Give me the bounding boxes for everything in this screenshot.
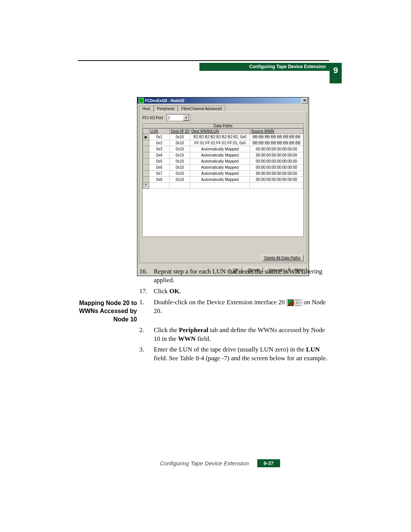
cell-dest-wwn[interactable]: Automatically Mapped [190, 177, 250, 183]
step-2-text: Click the Peripheral tab and define the … [154, 326, 331, 343]
body-text: 16. Repeat step a for each LUN that need… [76, 267, 331, 365]
table-caption: Data Paths [143, 124, 303, 128]
cell-source-wwn[interactable]: 00:00:00:00:00:00:00:00 [250, 146, 303, 152]
footer-title: Configuring Tape Device Extension [160, 460, 249, 466]
tab-host[interactable]: Host [139, 105, 154, 112]
delete-all-button[interactable]: Delete All Data Paths [261, 255, 304, 261]
cell-lun[interactable]: 0x5 [149, 158, 170, 165]
cell-dest-ifid[interactable]: 0x10 [170, 152, 190, 158]
table-row[interactable]: 0x70x10Automatically Mapped00:00:00:00:0… [143, 171, 303, 177]
cell-source-wwn[interactable]: 00:00:00:00:00:00:00:00 [250, 158, 303, 165]
cell-lun[interactable]: 0x4 [149, 152, 170, 158]
chevron-down-icon[interactable]: ▾ [183, 115, 189, 121]
cell-lun[interactable]: 0x7 [149, 171, 170, 177]
tab-peripheral[interactable]: Peripheral [154, 105, 178, 112]
tab-fibrechannel[interactable]: FibreChannel Advanced [178, 105, 225, 112]
row-marker [143, 152, 149, 158]
page-number: 9-37 [257, 459, 280, 467]
row-marker [143, 140, 149, 146]
cell-lun[interactable]: 0x8 [149, 177, 170, 183]
cell-dest-ifid[interactable]: 0x10 [170, 146, 190, 152]
step-2-num: 2. [137, 326, 154, 343]
device-icon [288, 300, 294, 306]
table-row[interactable]: 0x40x10Automatically Mapped00:00:00:00:0… [143, 152, 303, 158]
cell-dest-wwn[interactable]: Automatically Mapped [190, 146, 250, 152]
row-marker [143, 158, 149, 165]
step-16-text: Repeat step a for each LUN that needs th… [154, 267, 331, 285]
cell-lun[interactable]: 0x6 [149, 165, 170, 171]
device-extension-icon: 20 [287, 299, 302, 306]
app-icon [139, 98, 144, 103]
cell-source-wwn[interactable]: 00:00:00:00:00:00:00:00 [250, 171, 303, 177]
row-marker: ▶ [143, 134, 149, 140]
data-paths-table: Data Paths LUN Dest I/F ID [142, 123, 304, 237]
cell-dest-wwn[interactable]: Automatically Mapped [190, 171, 250, 177]
pci-port-label: PCI I/O Port [142, 116, 163, 120]
page-footer: Configuring Tape Device Extension 9-37 [160, 459, 280, 467]
cell-dest-ifid[interactable]: 0x10 [170, 165, 190, 171]
cell-dest-wwn[interactable]: Automatically Mapped [190, 165, 250, 171]
table-row-new[interactable]: * [143, 183, 303, 189]
step-1-num: 1. [137, 298, 154, 324]
cell-source-wwn[interactable]: BB:BB:BB:BB:BB:BB:BB:BB [250, 134, 303, 140]
row-marker [143, 146, 149, 152]
table-row[interactable]: 0x60x10Automatically Mapped00:00:00:00:0… [143, 165, 303, 171]
cell-dest-wwn[interactable]: Automatically Mapped [190, 158, 250, 165]
cell-source-wwn[interactable]: 00:00:00:00:00:00:00:00 [250, 177, 303, 183]
cell-dest-ifid[interactable]: 0x10 [170, 140, 190, 146]
step-1-text: Double-click on the Device Extension int… [154, 298, 331, 324]
col-lun[interactable]: LUN [149, 129, 170, 134]
cell-lun[interactable]: 0x2 [149, 140, 170, 146]
section-heading: Mapping Node 20 to WWNs Accessed by Node… [76, 298, 137, 324]
pci-port-select[interactable]: 2 ▾ [167, 114, 190, 121]
cell-dest-ifid[interactable]: 0x10 [170, 177, 190, 183]
cell-dest-wwn[interactable]: B2:B2:B2:B2:B2:B2:B2:B2, 0x0 [190, 134, 250, 140]
cell-source-wwn[interactable]: 00:00:00:00:00:00:00:00 [250, 152, 303, 158]
step-3-text: Enter the LUN of the tape drive (usually… [154, 345, 331, 363]
dialog-window: FCDevExt20 - Node20 ✕ Host Peripheral Fi… [137, 97, 309, 276]
table-row[interactable]: 0x20x10FF:01:FF:01:FF:01:FF:01, 0x0BB:BB… [143, 140, 303, 146]
cell-lun[interactable]: 0x1 [149, 134, 170, 140]
step-17-text: Click OK. [154, 287, 331, 296]
table-row[interactable]: 0x50x10Automatically Mapped00:00:00:00:0… [143, 158, 303, 165]
window-title: FCDevExt20 - Node20 [145, 99, 184, 103]
running-header: Configuring Tape Device Extension [199, 63, 330, 71]
cell-source-wwn[interactable]: BB:BB:BB:BB:BB:BB:BB:BB [250, 140, 303, 146]
row-marker [143, 177, 149, 183]
cell-dest-wwn[interactable]: FF:01:FF:01:FF:01:FF:01, 0x0 [190, 140, 250, 146]
cell-lun[interactable]: 0x3 [149, 146, 170, 152]
col-source-wwn[interactable]: Source WWN [250, 129, 303, 134]
table-row[interactable]: 0x30x10Automatically Mapped00:00:00:00:0… [143, 146, 303, 152]
tab-strip: Host Peripheral FibreChannel Advanced [139, 105, 307, 112]
chapter-number: 9 [330, 63, 342, 83]
row-marker [143, 171, 149, 177]
cell-dest-ifid[interactable]: 0x10 [170, 134, 190, 140]
step-17-num: 17. [137, 287, 154, 296]
cell-dest-ifid[interactable]: 0x10 [170, 171, 190, 177]
close-icon[interactable]: ✕ [301, 98, 307, 104]
step-3-num: 3. [137, 345, 154, 363]
device-number-badge: 20 [294, 300, 301, 305]
cell-dest-ifid[interactable]: 0x10 [170, 158, 190, 165]
col-marker [143, 129, 149, 134]
step-16-num: 16. [137, 267, 154, 285]
col-dest-wwn[interactable]: Dest WWN/LUN [190, 129, 250, 134]
header-rule [78, 60, 329, 61]
table-row[interactable]: ▶0x10x10B2:B2:B2:B2:B2:B2:B2:B2, 0x0BB:B… [143, 134, 303, 140]
titlebar[interactable]: FCDevExt20 - Node20 ✕ [137, 97, 309, 104]
tab-panel-host: PCI I/O Port 2 ▾ Data Paths [139, 112, 307, 263]
pci-port-value: 2 [168, 116, 170, 120]
col-dest-ifid[interactable]: Dest I/F ID [170, 129, 190, 134]
table-row[interactable]: 0x80x10Automatically Mapped00:00:00:00:0… [143, 177, 303, 183]
cell-dest-wwn[interactable]: Automatically Mapped [190, 152, 250, 158]
row-marker: * [143, 183, 149, 189]
cell-source-wwn[interactable]: 00:00:00:00:00:00:00:00 [250, 165, 303, 171]
row-marker [143, 165, 149, 171]
